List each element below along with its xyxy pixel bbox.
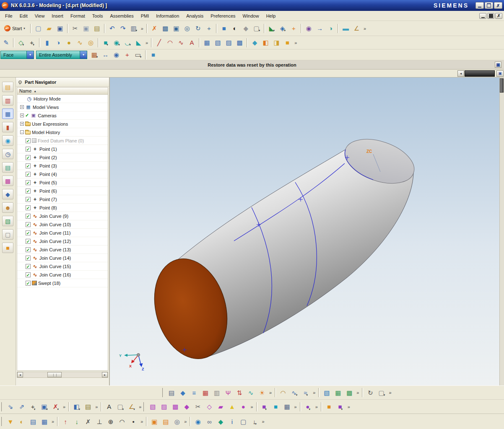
feature-checkbox[interactable] xyxy=(26,214,31,219)
edit-object-display-icon[interactable]: ◑ xyxy=(325,23,336,34)
work-cube-icon[interactable]: ■ xyxy=(148,49,158,60)
restore-button[interactable] xyxy=(485,2,493,9)
match-edge-icon[interactable]: ◆ xyxy=(181,401,192,412)
dropdown-arrow-icon[interactable]: ▾ xyxy=(118,43,120,47)
dropdown-arrow-icon[interactable]: ▾ xyxy=(306,393,308,398)
thicken-icon[interactable]: ■ xyxy=(282,37,293,48)
circle-tool-icon[interactable]: ◉ xyxy=(192,416,203,427)
menu-tools[interactable]: Tools xyxy=(89,12,107,20)
dropdown-arrow-icon[interactable]: ▾ xyxy=(107,43,108,47)
wizards-icon[interactable]: ◆ xyxy=(2,189,13,199)
measure-distance-icon[interactable]: ▬ xyxy=(340,23,351,34)
deviation-gauge-icon[interactable]: ▥ xyxy=(211,387,222,398)
text-icon[interactable]: A xyxy=(104,401,114,412)
tree-item-join-curve-15[interactable]: Join Curve (15) xyxy=(17,262,108,271)
point-icon[interactable]: +▾ xyxy=(27,37,37,48)
constraint-navigator-icon[interactable]: ▥ xyxy=(2,95,13,106)
examine-geometry-icon[interactable]: ◎ xyxy=(171,416,182,427)
dropdown-arrow-icon[interactable]: ▾ xyxy=(140,55,142,59)
rendering-style-icon[interactable]: ◐ xyxy=(230,23,240,34)
reflection-analysis-icon[interactable]: ◆ xyxy=(177,387,188,398)
comb-analysis-icon[interactable]: Ψ xyxy=(223,387,234,398)
line-icon[interactable]: ╱ xyxy=(154,37,164,48)
tree-item-join-curve-12[interactable]: Join Curve (12) xyxy=(17,237,108,246)
edge-symmetry-icon[interactable]: ▩ xyxy=(170,401,181,412)
user-tools-icon[interactable]: ■ xyxy=(2,243,13,253)
block-icon[interactable]: ■▾ xyxy=(101,37,111,48)
extrude-icon[interactable]: ▮ xyxy=(42,37,52,48)
menu-help[interactable]: Help xyxy=(263,12,279,20)
dropdown-arrow-icon[interactable]: ▾ xyxy=(296,393,298,398)
internet-explorer-icon[interactable]: ◉ xyxy=(2,135,13,146)
hscrollbar-thumb[interactable] xyxy=(465,70,495,77)
dropdown-arrow-icon[interactable]: ▾ xyxy=(46,408,48,412)
toolbar-grip[interactable] xyxy=(143,402,145,411)
navigator-scroll-thumb[interactable] xyxy=(47,372,62,377)
templates-icon[interactable]: ▢ xyxy=(2,229,13,240)
datum-plane-icon[interactable]: ◇▾ xyxy=(16,37,26,48)
dropdown-arrow-icon[interactable]: ▾ xyxy=(341,408,343,412)
toolbar-overflow-button[interactable]: » xyxy=(94,404,99,409)
feature-checkbox[interactable] xyxy=(26,197,31,202)
section-analysis-icon[interactable]: ▤ xyxy=(166,387,177,398)
reuse-library-icon[interactable]: ▮ xyxy=(2,122,13,132)
graphics-viewport[interactable]: ZC Y X Z xyxy=(110,78,504,385)
dropdown-arrow-icon[interactable]: ▾ xyxy=(133,408,135,412)
tree-item-point-7[interactable]: Point (7) xyxy=(17,195,108,204)
show-hide-icon[interactable]: ◉ xyxy=(304,23,314,34)
pan-icon[interactable]: + xyxy=(204,23,214,34)
grid-analysis-icon[interactable]: ▦ xyxy=(200,387,211,398)
highlight-icon[interactable]: + xyxy=(122,49,132,60)
feature-checkbox[interactable] xyxy=(26,264,31,269)
toolbar-overflow-button[interactable]: » xyxy=(260,419,265,424)
measure-angle-icon[interactable]: ∠ xyxy=(351,23,362,34)
toolbar-overflow-button[interactable]: » xyxy=(355,390,360,395)
more-tools-icon[interactable]: ↓▾ xyxy=(249,416,260,427)
layer-category-icon[interactable]: ▦ xyxy=(39,416,50,427)
scroll-left-button[interactable] xyxy=(457,70,464,77)
undo-icon[interactable]: ↶ xyxy=(107,23,117,34)
navigator-scroll-track[interactable] xyxy=(23,372,102,377)
toolbar-overflow-button[interactable]: » xyxy=(312,390,317,395)
feature-checkbox[interactable] xyxy=(26,272,31,277)
curve-continuity-icon[interactable]: ≈▾ xyxy=(300,387,311,398)
dropdown-arrow-icon[interactable]: ▾ xyxy=(273,29,275,33)
feature-checkbox[interactable] xyxy=(26,180,31,185)
intersection-snap-icon[interactable]: ⊕ xyxy=(105,416,116,427)
close-button[interactable] xyxy=(494,2,502,9)
sphere-analysis-icon[interactable]: ●▾ xyxy=(303,401,314,412)
global-shaping-icon[interactable]: ▰ xyxy=(215,401,226,412)
feature-checkbox[interactable] xyxy=(26,230,31,235)
graphics-vscrollbar[interactable] xyxy=(499,78,504,385)
paste-feature-icon[interactable]: ▤ xyxy=(83,401,94,412)
sketch-icon[interactable]: ✎ xyxy=(1,37,11,48)
tree-item-point-8[interactable]: Point (8) xyxy=(17,204,108,212)
through-curves-icon[interactable]: ▦ xyxy=(202,37,212,48)
face-continuity-icon[interactable]: ▦ xyxy=(333,387,343,398)
studio-spline-icon[interactable]: ∿ xyxy=(176,37,186,48)
system-scenes-icon[interactable]: ▧ xyxy=(2,216,13,226)
delete-face-icon[interactable]: ✗▾ xyxy=(50,401,61,412)
start-menu-button[interactable]: Start ▾ xyxy=(1,23,29,34)
toolbar-overflow-button[interactable]: » xyxy=(249,404,254,409)
dropdown-arrow-icon[interactable]: ▾ xyxy=(284,29,286,33)
tree-item-join-curve-9[interactable]: Join Curve (9) xyxy=(17,212,108,220)
analysis-tools-icon[interactable]: ▢▾ xyxy=(376,387,387,398)
arc-curvature-icon[interactable]: ◠ xyxy=(278,387,288,398)
boundary-tool-icon[interactable]: ▣ xyxy=(149,416,160,427)
menu-insert[interactable]: Insert xyxy=(48,12,67,20)
dropdown-arrow-icon[interactable]: ▾ xyxy=(265,408,267,412)
delete-icon[interactable]: ✗ xyxy=(149,23,160,34)
vector-up-icon[interactable]: ↑ xyxy=(60,416,71,427)
revolve-icon[interactable]: ◑ xyxy=(53,37,63,48)
menu-assemblies[interactable]: Assemblies xyxy=(107,12,137,20)
surface-tools-icon[interactable]: ■▾ xyxy=(259,401,270,412)
offset-surface-icon[interactable]: ◨ xyxy=(271,37,282,48)
toolbar-overflow-button[interactable]: » xyxy=(387,390,392,395)
shaded-selection-icon[interactable]: ◉ xyxy=(111,49,122,60)
copy-icon[interactable]: ▣ xyxy=(81,23,91,34)
name-column-header[interactable]: Name ▲ xyxy=(17,87,108,95)
menu-information[interactable]: Information xyxy=(153,12,182,20)
dropdown-arrow-icon[interactable]: ▾ xyxy=(57,408,59,412)
minimize-button[interactable] xyxy=(475,2,484,9)
